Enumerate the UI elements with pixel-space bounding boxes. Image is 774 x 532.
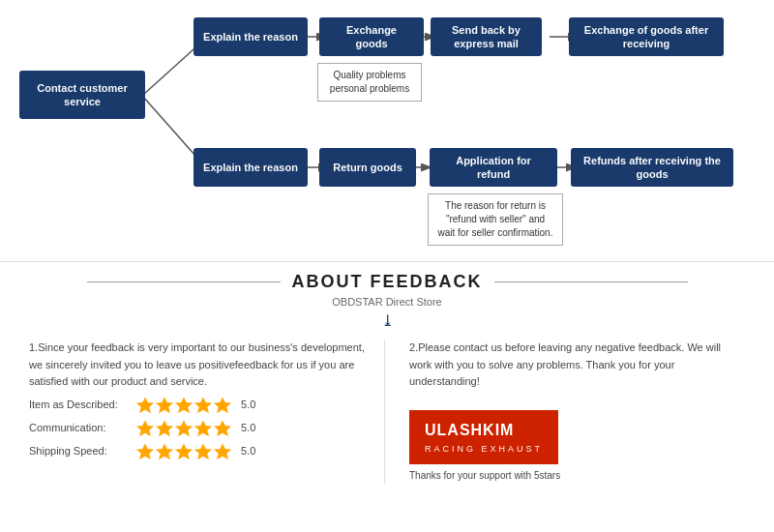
feedback-subtitle: OBDSTAR Direct Store <box>29 296 745 308</box>
svg-marker-15 <box>175 421 192 436</box>
svg-marker-16 <box>194 421 211 436</box>
svg-marker-17 <box>214 421 230 436</box>
star-c2 <box>156 420 173 437</box>
svg-marker-21 <box>194 444 211 459</box>
star-s4 <box>194 443 212 460</box>
svg-marker-12 <box>214 398 230 413</box>
exchange-after-box: Exchange of goods after receiving <box>569 17 724 56</box>
feedback-col-right: 2.Please contact us before leaving any n… <box>404 340 745 484</box>
application-refund-box: Application for refund <box>430 148 557 187</box>
svg-marker-9 <box>156 398 172 413</box>
brand-sub: RACING EXHAUST <box>425 442 543 456</box>
feedback-title-row: ABOUT FEEDBACK <box>29 272 745 292</box>
brand-name: ULASHKIM <box>425 422 514 438</box>
send-back-box: Send back by express mail <box>431 17 542 56</box>
explain2-box: Explain the reason <box>194 148 308 187</box>
star-c1 <box>136 420 154 437</box>
stars-communication <box>136 420 231 437</box>
star-5 <box>214 397 231 414</box>
explain1-box: Explain the reason <box>194 17 308 56</box>
brand-thanks: Thanks for your support with 5stars <box>409 468 745 484</box>
rating-score-communication: 5.0 <box>241 420 255 437</box>
feedback-right-text: 2.Please contact us before leaving any n… <box>409 340 745 391</box>
rating-row-communication: Communication: 5.0 <box>29 420 365 437</box>
star-s1 <box>136 443 154 460</box>
svg-marker-18 <box>136 444 153 459</box>
svg-marker-13 <box>136 421 153 436</box>
feedback-section: ABOUT FEEDBACK OBDSTAR Direct Store ⤓ 1.… <box>0 261 774 493</box>
return-goods-box: Return goods <box>319 148 416 187</box>
feedback-title: ABOUT FEEDBACK <box>292 272 483 292</box>
svg-marker-10 <box>175 398 192 413</box>
rating-score-described: 5.0 <box>241 397 255 414</box>
rating-row-shipping: Shipping Speed: 5.0 <box>29 443 365 460</box>
star-c4 <box>194 420 212 437</box>
title-line-left <box>87 281 281 282</box>
chevron-icon: ⤓ <box>29 311 745 330</box>
star-c5 <box>214 420 231 437</box>
star-s5 <box>214 443 231 460</box>
reason-note: The reason for return is "refund with se… <box>428 193 563 246</box>
star-c3 <box>175 420 193 437</box>
flowchart-section: Contact customer service Explain the rea… <box>0 0 774 261</box>
brand-box: ULASHKIM RACING EXHAUST <box>409 410 558 464</box>
feedback-columns: 1.Since your feedback is very important … <box>29 340 745 484</box>
svg-marker-20 <box>175 444 192 459</box>
star-1 <box>136 397 154 414</box>
feedback-col-left: 1.Since your feedback is very important … <box>29 340 385 484</box>
quality-note: Quality problems personal problems <box>317 63 422 102</box>
stars-shipping <box>136 443 231 460</box>
title-line-right <box>494 281 688 282</box>
refunds-after-box: Refunds after receiving the goods <box>571 148 733 187</box>
rating-label-described: Item as Described: <box>29 397 131 414</box>
svg-marker-19 <box>156 444 172 459</box>
rating-row-described: Item as Described: 5.0 <box>29 397 365 414</box>
star-3 <box>175 397 193 414</box>
star-4 <box>194 397 212 414</box>
rating-score-shipping: 5.0 <box>241 443 255 460</box>
stars-described <box>136 397 231 414</box>
rating-label-communication: Communication: <box>29 420 131 437</box>
rating-label-shipping: Shipping Speed: <box>29 443 131 460</box>
contact-box: Contact customer service <box>19 71 145 119</box>
svg-marker-14 <box>156 421 172 436</box>
svg-marker-8 <box>136 398 153 413</box>
star-s3 <box>175 443 193 460</box>
feedback-left-text: 1.Since your feedback is very important … <box>29 340 365 391</box>
svg-marker-11 <box>194 398 211 413</box>
exchange-goods-box: Exchange goods <box>319 17 424 56</box>
star-s2 <box>156 443 173 460</box>
svg-marker-22 <box>214 444 230 459</box>
star-2 <box>156 397 173 414</box>
